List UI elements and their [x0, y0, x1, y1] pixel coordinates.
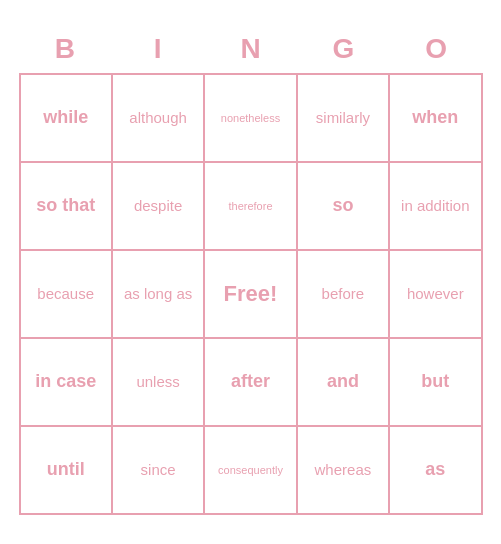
bingo-cell: as — [389, 426, 481, 514]
bingo-cell: after — [204, 338, 296, 426]
bingo-cell: in case — [20, 338, 112, 426]
bingo-cell: unless — [112, 338, 204, 426]
bingo-card: B I N G O whilealthoughnonethelesssimila… — [11, 21, 491, 523]
bingo-cell: when — [389, 74, 481, 162]
bingo-cell: therefore — [204, 162, 296, 250]
header-b: B — [19, 29, 112, 69]
bingo-cell: while — [20, 74, 112, 162]
bingo-cell: so that — [20, 162, 112, 250]
bingo-cell: in addition — [389, 162, 481, 250]
bingo-cell: whereas — [297, 426, 389, 514]
bingo-cell: however — [389, 250, 481, 338]
bingo-cell: but — [389, 338, 481, 426]
bingo-cell: consequently — [204, 426, 296, 514]
bingo-cell: before — [297, 250, 389, 338]
bingo-cell: nonetheless — [204, 74, 296, 162]
header-g: G — [297, 29, 390, 69]
bingo-cell: as long as — [112, 250, 204, 338]
bingo-cell: so — [297, 162, 389, 250]
bingo-grid: whilealthoughnonethelesssimilarlywhenso … — [19, 73, 483, 515]
bingo-cell: despite — [112, 162, 204, 250]
header-i: I — [111, 29, 204, 69]
header-n: N — [204, 29, 297, 69]
bingo-header: B I N G O — [19, 29, 483, 69]
bingo-cell: and — [297, 338, 389, 426]
bingo-cell: Free! — [204, 250, 296, 338]
bingo-cell: until — [20, 426, 112, 514]
bingo-cell: since — [112, 426, 204, 514]
bingo-cell: although — [112, 74, 204, 162]
bingo-cell: similarly — [297, 74, 389, 162]
bingo-cell: because — [20, 250, 112, 338]
header-o: O — [390, 29, 483, 69]
